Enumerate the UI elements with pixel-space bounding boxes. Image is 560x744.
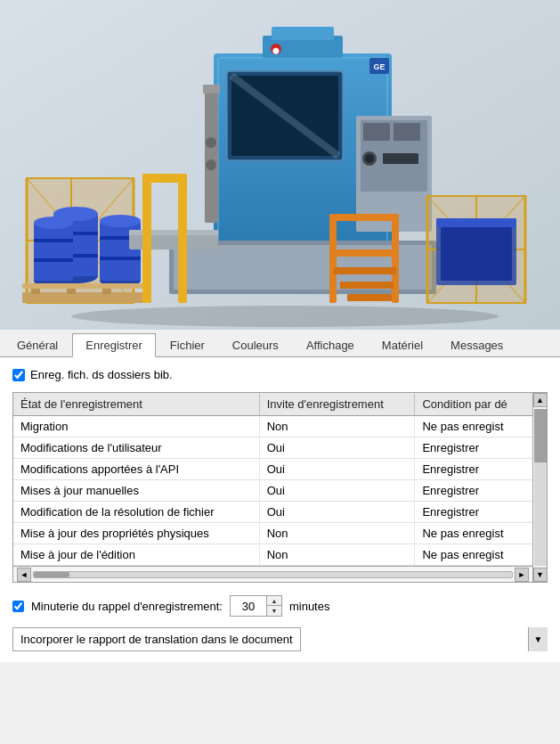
tabs-bar: Général Enregistrer Fichier Couleurs Aff… — [0, 330, 560, 357]
col-condition: Condition par dé — [415, 393, 532, 416]
svg-rect-23 — [34, 239, 73, 242]
col-etat: État de l'enregistrement — [13, 393, 259, 416]
v-scrollbar[interactable]: ▲ ▼ — [532, 393, 547, 582]
scroll-up-arrow[interactable]: ▲ — [533, 393, 548, 407]
translation-report-dropdown[interactable]: Incorporer le rapport de translation dan… — [12, 627, 301, 651]
svg-rect-54 — [329, 214, 399, 221]
svg-rect-47 — [203, 85, 220, 94]
svg-rect-19 — [100, 257, 141, 260]
table-row[interactable]: Mise à jour de l'éditionNonNe pas enregi… — [13, 544, 532, 566]
h-scrollbar[interactable]: ◄ ► — [13, 566, 532, 582]
svg-text:⬤: ⬤ — [272, 47, 280, 54]
table-cell-condition: Enregistrer — [415, 502, 532, 523]
table-row[interactable]: MigrationNonNe pas enregist — [13, 416, 532, 437]
dropdown-wrapper: Incorporer le rapport de translation dan… — [12, 627, 548, 651]
svg-point-41 — [365, 154, 374, 163]
tab-materiel[interactable]: Matériel — [369, 333, 436, 356]
timer-label: Minuterie du rappel d'enregistrement: — [31, 600, 223, 613]
svg-rect-58 — [347, 294, 392, 301]
table-cell-condition: Ne pas enregist — [415, 523, 532, 544]
table-cell-condition: Ne pas enregist — [415, 416, 532, 437]
svg-rect-33 — [272, 27, 334, 40]
v-scroll-thumb — [534, 409, 547, 462]
save-checkbox-row: Enreg. fich. ds dossiers bib. — [12, 368, 548, 381]
timer-decrement-button[interactable]: ▼ — [267, 606, 281, 616]
table-cell-condition: Enregistrer — [415, 459, 532, 480]
table-row[interactable]: Mises à jour manuellesOuiEnregistrer — [13, 480, 532, 502]
svg-point-48 — [206, 137, 216, 148]
svg-rect-42 — [383, 153, 418, 164]
table-cell-invite: Oui — [259, 480, 415, 502]
table-wrapper: État de l'enregistrement Invite d'enregi… — [12, 392, 548, 583]
table-row[interactable]: Mise à jour des propriétés physiquesNonN… — [13, 523, 532, 544]
tab-couleurs[interactable]: Couleurs — [219, 333, 292, 356]
table-cell-invite: Non — [259, 416, 415, 437]
table-cell-etat: Migration — [13, 416, 259, 437]
svg-rect-21 — [34, 223, 73, 281]
svg-rect-68 — [436, 218, 516, 227]
svg-text:GE: GE — [373, 62, 385, 71]
save-checkbox-label: Enreg. fich. ds dossiers bib. — [30, 368, 173, 381]
table-header: État de l'enregistrement Invite d'enregi… — [13, 393, 532, 416]
table-cell-etat: Mises à jour manuelles — [13, 480, 259, 502]
svg-point-22 — [34, 217, 73, 229]
svg-point-1 — [71, 306, 499, 327]
timer-input-group: ▲ ▼ — [230, 595, 282, 617]
tab-affichage[interactable]: Affichage — [293, 333, 368, 356]
table-cell-condition: Ne pas enregist — [415, 544, 532, 566]
table-cell-etat: Modifications apportées à l'API — [13, 459, 259, 480]
scroll-left-arrow[interactable]: ◄ — [17, 568, 31, 582]
table-row[interactable]: Modifications de l'utilisateurOuiEnregis… — [13, 437, 532, 459]
table-cell-invite: Non — [259, 544, 415, 566]
table-cell-etat: Mise à jour des propriétés physiques — [13, 523, 259, 544]
svg-rect-52 — [329, 214, 337, 303]
table-container: État de l'enregistrement Invite d'enregi… — [13, 393, 547, 582]
machine-illustration: GE — [0, 0, 560, 330]
h-scroll-track[interactable] — [33, 571, 513, 578]
table-scroll[interactable]: État de l'enregistrement Invite d'enregi… — [13, 393, 532, 566]
registration-table: État de l'enregistrement Invite d'enregi… — [13, 393, 532, 566]
timer-value-input[interactable] — [231, 596, 266, 616]
dropdown-arrow-icon: ▼ — [528, 627, 548, 651]
table-cell-invite: Oui — [259, 437, 415, 459]
table-body: MigrationNonNe pas enregistModifications… — [13, 416, 532, 566]
table-cell-etat: Modifications de l'utilisateur — [13, 437, 259, 459]
svg-rect-38 — [363, 123, 390, 141]
table-main: État de l'enregistrement Invite d'enregi… — [13, 393, 532, 582]
svg-rect-56 — [334, 267, 396, 274]
v-scroll-track[interactable] — [534, 409, 547, 566]
timer-unit: minutes — [289, 600, 330, 613]
svg-rect-73 — [178, 174, 187, 303]
table-cell-invite: Oui — [259, 459, 415, 480]
scroll-right-arrow[interactable]: ► — [515, 568, 529, 582]
tab-messages[interactable]: Messages — [437, 333, 516, 356]
tab-enregistrer[interactable]: Enregistrer — [72, 333, 156, 357]
svg-rect-25 — [22, 292, 151, 303]
svg-rect-46 — [205, 89, 218, 223]
table-cell-condition: Enregistrer — [415, 437, 532, 459]
table-row[interactable]: Modification de la résolution de fichier… — [13, 502, 532, 523]
table-row[interactable]: Modifications apportées à l'APIOuiEnregi… — [13, 459, 532, 480]
svg-rect-72 — [142, 174, 151, 303]
svg-point-17 — [100, 215, 141, 227]
tab-general[interactable]: Général — [4, 333, 71, 356]
svg-rect-55 — [329, 249, 399, 257]
timer-increment-button[interactable]: ▲ — [267, 596, 281, 606]
table-cell-invite: Non — [259, 523, 415, 544]
scroll-down-arrow[interactable]: ▼ — [533, 568, 548, 582]
svg-rect-57 — [340, 282, 394, 289]
table-cell-condition: Enregistrer — [415, 480, 532, 502]
svg-point-49 — [206, 159, 216, 170]
save-checkbox[interactable] — [12, 369, 25, 381]
svg-rect-24 — [34, 258, 73, 262]
content-area: Enreg. fich. ds dossiers bib. État de l'… — [0, 357, 560, 662]
svg-rect-74 — [142, 174, 187, 183]
timer-row: Minuterie du rappel d'enregistrement: ▲ … — [12, 595, 548, 617]
table-cell-invite: Oui — [259, 502, 415, 523]
timer-spinners: ▲ ▼ — [266, 596, 281, 616]
table-cell-etat: Mise à jour de l'édition — [13, 544, 259, 566]
tab-fichier[interactable]: Fichier — [157, 333, 218, 356]
svg-rect-69 — [441, 227, 512, 281]
timer-checkbox[interactable] — [12, 601, 24, 612]
col-invite: Invite d'enregistrement — [259, 393, 415, 416]
